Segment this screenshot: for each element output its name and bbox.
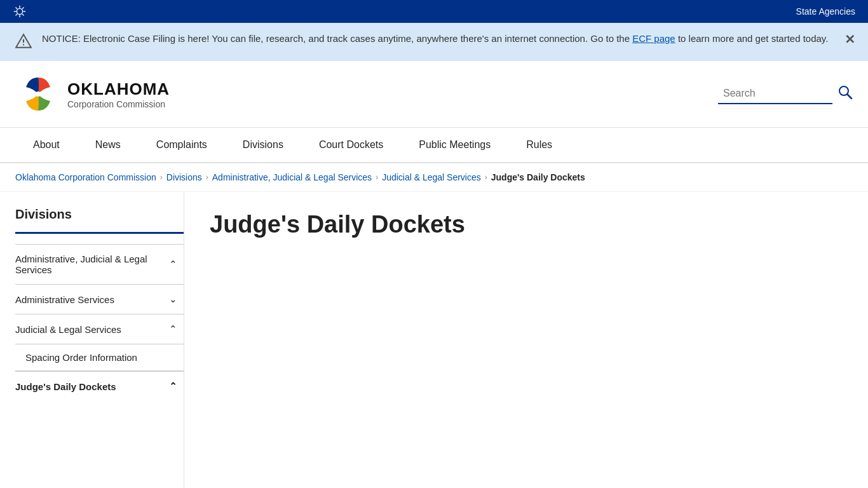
nav-item-complaints: Complaints	[139, 128, 225, 162]
content-layout: Divisions Administrative, Judicial & Leg…	[0, 192, 868, 488]
sidebar-subitem-spacing-order[interactable]: Spacing Order Information	[15, 344, 184, 370]
warning-icon	[15, 33, 32, 52]
sidebar-item-admin-services-label: Administrative Services	[15, 294, 114, 305]
breadcrumb-sep-1: ›	[160, 173, 163, 182]
nav-link-complaints[interactable]: Complaints	[139, 128, 225, 162]
nav-link-divisions[interactable]: Divisions	[225, 128, 301, 162]
sidebar-item-ajls-label: Administrative, Judicial & Legal Service…	[15, 254, 169, 275]
svg-line-5	[16, 8, 18, 10]
breadcrumb-divisions[interactable]: Divisions	[166, 172, 202, 182]
top-bar: State Agencies	[0, 0, 868, 23]
sidebar-item-ajls: Administrative, Judicial & Legal Service…	[15, 244, 184, 284]
nav-item-rules: Rules	[508, 128, 570, 162]
nav-item-divisions: Divisions	[225, 128, 301, 162]
sidebar-item-admin-services: Administrative Services ⌄	[15, 284, 184, 314]
main-content: Judge's Daily Dockets	[184, 192, 868, 488]
logo-commission: Corporation Commission	[67, 99, 170, 109]
svg-line-7	[22, 8, 24, 10]
svg-point-0	[17, 8, 22, 14]
breadcrumb-sep-3: ›	[376, 173, 378, 182]
nav-item-public-meetings: Public Meetings	[401, 128, 508, 162]
logo-text: OKLAHOMA Corporation Commission	[67, 79, 170, 109]
sidebar-subitem-judges-dockets: Judge's Daily Dockets ⌃	[15, 370, 184, 401]
svg-line-6	[22, 14, 24, 16]
breadcrumb-occ[interactable]: Oklahoma Corporation Commission	[15, 172, 156, 182]
breadcrumb-sep-4: ›	[485, 173, 487, 182]
nav-link-public-meetings[interactable]: Public Meetings	[401, 128, 508, 162]
sidebar-active-judges-dockets-label: Judge's Daily Dockets	[15, 381, 116, 392]
ecf-page-link[interactable]: ECF page	[632, 33, 675, 44]
nav-link-about[interactable]: About	[15, 128, 78, 162]
site-header: OKLAHOMA Corporation Commission	[0, 61, 868, 128]
notice-bar: NOTICE: Electronic Case Filing is here! …	[0, 23, 868, 61]
nav-link-rules[interactable]: Rules	[508, 128, 570, 162]
nav-item-about: About	[15, 128, 78, 162]
state-agencies-link[interactable]: State Agencies	[796, 6, 855, 17]
oklahoma-star-icon	[13, 4, 27, 18]
nav-link-news[interactable]: News	[78, 128, 139, 162]
nav-item-news: News	[78, 128, 139, 162]
sidebar-item-jls: Judicial & Legal Services ⌃ Spacing Orde…	[15, 314, 184, 401]
sidebar-item-admin-services-chevron: ⌄	[169, 294, 177, 305]
sidebar-item-jls-chevron: ⌃	[169, 323, 177, 335]
sidebar-item-admin-services-header[interactable]: Administrative Services ⌄	[15, 285, 184, 314]
nav-item-court-dockets: Court Dockets	[301, 128, 401, 162]
breadcrumb-ajls[interactable]: Administrative, Judicial & Legal Service…	[212, 172, 372, 182]
svg-line-8	[16, 14, 18, 16]
top-bar-logo	[13, 4, 27, 18]
search-button[interactable]	[837, 85, 853, 104]
sidebar-item-jls-header[interactable]: Judicial & Legal Services ⌃	[15, 315, 184, 344]
nav-link-court-dockets[interactable]: Court Dockets	[301, 128, 401, 162]
search-icon	[837, 85, 853, 100]
notice-text: NOTICE: Electronic Case Filing is here! …	[42, 32, 828, 46]
search-area	[718, 84, 853, 104]
sidebar-item-ajls-header[interactable]: Administrative, Judicial & Legal Service…	[15, 245, 184, 284]
notice-close-button[interactable]: ✕	[844, 32, 855, 47]
breadcrumb-current: Judge's Daily Dockets	[491, 172, 585, 182]
site-logo[interactable]: OKLAHOMA Corporation Commission	[15, 71, 170, 117]
sidebar-active-judges-dockets-chevron: ⌃	[169, 381, 177, 392]
svg-line-13	[848, 95, 852, 99]
search-input[interactable]	[718, 84, 832, 104]
svg-point-11	[36, 92, 41, 97]
breadcrumb: Oklahoma Corporation Commission › Divisi…	[0, 163, 868, 192]
nav-list: About News Complaints Divisions Court Do…	[15, 128, 853, 162]
svg-point-10	[23, 44, 24, 45]
occ-logo-icon	[15, 71, 61, 117]
sidebar-title-underline	[15, 232, 184, 234]
main-nav: About News Complaints Divisions Court Do…	[0, 128, 868, 163]
logo-oklahoma: OKLAHOMA	[67, 79, 170, 99]
sidebar: Divisions Administrative, Judicial & Leg…	[0, 192, 184, 488]
sidebar-item-ajls-chevron: ⌃	[169, 259, 177, 270]
breadcrumb-sep-2: ›	[206, 173, 208, 182]
sidebar-title: Divisions	[15, 207, 184, 224]
breadcrumb-jls[interactable]: Judicial & Legal Services	[382, 172, 481, 182]
sidebar-active-judges-dockets-header[interactable]: Judge's Daily Dockets ⌃	[15, 371, 184, 401]
page-title: Judge's Daily Dockets	[210, 211, 843, 238]
sidebar-item-jls-label: Judicial & Legal Services	[15, 324, 121, 335]
